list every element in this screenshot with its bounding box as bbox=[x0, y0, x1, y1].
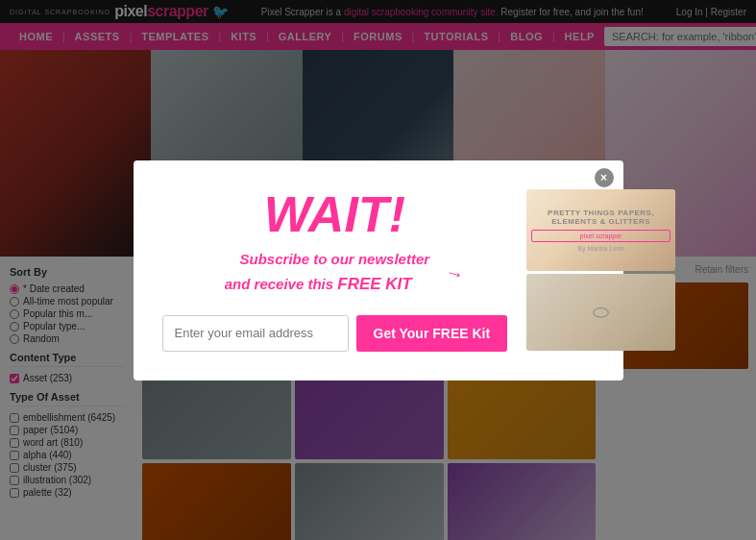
kit-image-top: PRETTY THINGS PAPERS, ELEMENTS & GLITTER… bbox=[526, 189, 675, 271]
modal-wait-text: WAIT! bbox=[162, 189, 508, 239]
kit-title: PRETTY THINGS PAPERS, ELEMENTS & GLITTER… bbox=[531, 209, 671, 226]
kit-image-bottom: ⬭ bbox=[526, 274, 675, 351]
get-free-kit-button[interactable]: Get Your FREE Kit bbox=[356, 315, 508, 352]
kit-brand: pixel scrapper bbox=[531, 230, 671, 242]
modal-left: WAIT! Subscribe to our newsletterand rec… bbox=[162, 189, 508, 352]
modal-body: WAIT! Subscribe to our newsletterand rec… bbox=[162, 189, 595, 352]
modal-right: PRETTY THINGS PAPERS, ELEMENTS & GLITTER… bbox=[526, 189, 675, 351]
modal-form: Get Your FREE Kit bbox=[162, 315, 508, 352]
kit-author: By Marisa Lerin bbox=[531, 245, 671, 252]
modal-dialog: × WAIT! Subscribe to our newsletterand r… bbox=[134, 160, 623, 380]
arrow-icon: → bbox=[442, 257, 468, 287]
modal-subscribe-text: Subscribe to our newsletterand receive t… bbox=[162, 249, 508, 296]
kit-oval-decoration: ⬭ bbox=[593, 301, 609, 323]
close-button[interactable]: × bbox=[595, 168, 614, 187]
email-input[interactable] bbox=[162, 315, 349, 352]
modal-overlay: × WAIT! Subscribe to our newsletterand r… bbox=[0, 0, 756, 540]
